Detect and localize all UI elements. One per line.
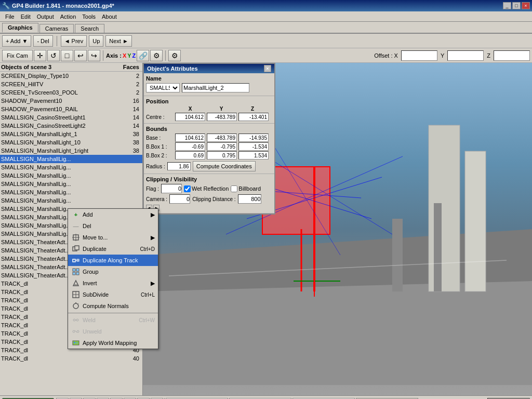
axis-z-label[interactable]: Z <box>132 52 136 59</box>
tab-search[interactable]: Search <box>75 24 104 33</box>
box2-x-input[interactable] <box>175 151 205 159</box>
offset-y-input[interactable] <box>447 50 484 61</box>
menu-tools[interactable]: Tools <box>79 13 99 20</box>
icon5[interactable]: ↪ <box>88 50 100 61</box>
clipping-row1: Flag : Wet Reflection Billboard <box>146 184 272 193</box>
radius-input[interactable] <box>167 162 191 170</box>
name-type-dropdown[interactable]: SMALLSIGN <box>146 83 180 92</box>
add-button[interactable]: + Add ▼ <box>2 35 31 47</box>
offset-z-input[interactable] <box>494 50 530 61</box>
up-button[interactable]: Up <box>89 35 103 47</box>
list-item[interactable]: SCREEN_HillTV2 <box>0 80 142 88</box>
list-item[interactable]: SHADOW_Pavement1016 <box>0 97 142 105</box>
list-item[interactable]: SMALLSIGN_CasinoStreetLight114 <box>0 113 142 122</box>
icon4[interactable]: ↩ <box>74 50 87 61</box>
centre-z-input[interactable] <box>238 113 269 121</box>
menu-action[interactable]: Action <box>57 13 79 20</box>
list-item[interactable]: TRACK_dl40 <box>0 354 142 363</box>
rotate-icon[interactable]: ↺ <box>47 50 60 61</box>
del-button[interactable]: - Del <box>33 35 52 47</box>
list-item[interactable]: SMALLSIGN_MarshallLig... <box>0 196 142 205</box>
billboard-checkbox-label[interactable]: Billboard <box>231 185 261 192</box>
base-x-input[interactable] <box>175 134 205 142</box>
box1-y-input[interactable] <box>207 142 237 151</box>
list-item[interactable]: SMALLSIGN_MarshallLig... <box>0 188 142 196</box>
wet-reflection-checkbox[interactable] <box>184 185 191 192</box>
ctx-move-to[interactable]: Move to... ▶ <box>68 232 158 243</box>
objects-header-faces: Faces <box>121 64 141 70</box>
axis-x-label[interactable]: X <box>123 52 126 59</box>
close-button[interactable]: × <box>522 2 530 9</box>
window-controls[interactable]: _ □ × <box>503 2 530 9</box>
billboard-checkbox[interactable] <box>231 185 237 192</box>
list-item[interactable]: SMALLSIGN_MarshallLig... <box>0 155 142 163</box>
toolbar-tabs: Graphics Cameras Search <box>0 22 532 34</box>
prev-button[interactable]: ◄ Prev <box>61 35 87 47</box>
pos-y-header: Y <box>206 106 237 112</box>
svg-rect-10 <box>73 272 75 275</box>
axis-y-label[interactable]: Y <box>127 52 131 59</box>
svg-line-39 <box>257 151 392 234</box>
box1-x-input[interactable] <box>175 142 205 151</box>
wet-reflection-checkbox-label[interactable]: Wet Reflection <box>184 185 229 192</box>
svg-marker-30 <box>143 229 532 291</box>
next-button[interactable]: Next ► <box>105 35 132 47</box>
name-value-input[interactable] <box>182 83 249 92</box>
box2-y-input[interactable] <box>207 151 237 159</box>
base-z-input[interactable] <box>238 134 269 142</box>
base-y-input[interactable] <box>207 134 237 142</box>
list-item[interactable]: SMALLSIGN_MarshallLig... <box>0 163 142 171</box>
tab-cameras[interactable]: Cameras <box>39 24 74 33</box>
pos-z-header: Z <box>237 106 268 112</box>
menu-output[interactable]: Output <box>34 13 57 20</box>
svg-line-25 <box>75 330 77 332</box>
ctx-duplicate[interactable]: Duplicate Ctrl+D <box>68 243 158 255</box>
camera-input[interactable] <box>169 194 190 204</box>
compute-coords-button[interactable]: Compute Coordinates <box>193 161 256 171</box>
list-item[interactable]: SCREEN_TvScreen03_POOL2 <box>0 88 142 97</box>
centre-y-input[interactable] <box>207 113 237 121</box>
tab-graphics[interactable]: Graphics <box>2 23 38 33</box>
viewport-3d[interactable]: Object's Attributes × Name SMALLSIGN Po <box>143 63 532 395</box>
ctx-add[interactable]: + Add ▶ <box>68 209 158 220</box>
title-bar: 🔧 GP4 Builder 1.841 - monaco2001.gp4* _ … <box>0 0 532 11</box>
ctx-duplicate-along-track[interactable]: Duplicate Along Track <box>68 255 158 266</box>
offset-x-input[interactable] <box>401 50 437 61</box>
fix-cam-button[interactable]: Fix Cam <box>2 50 33 61</box>
box2-z-input[interactable] <box>238 151 269 159</box>
list-item[interactable]: SMALLSIGN_MarshallLig... <box>0 180 142 188</box>
box1-z-input[interactable] <box>238 142 269 151</box>
ctx-invert[interactable]: Invert ▶ <box>68 277 158 289</box>
list-item[interactable]: SMALLSIGN_MarshallLight_1038 <box>0 138 142 147</box>
ctx-del[interactable]: — Del <box>68 220 158 232</box>
menu-about[interactable]: About <box>99 13 120 20</box>
settings-icon[interactable]: ⚙ <box>150 50 163 61</box>
svg-rect-44 <box>392 219 403 291</box>
maximize-button[interactable]: □ <box>512 2 521 9</box>
list-item[interactable]: SMALLSIGN_MarshallLight_1right38 <box>0 147 142 155</box>
flag-input[interactable] <box>161 184 182 193</box>
ctx-apply-world-mapping[interactable]: Apply World Mapping <box>68 337 158 349</box>
objects-header: Objects of scene 3 Faces <box>0 63 142 72</box>
list-item[interactable]: SHADOW_Pavement10_RAIL14 <box>0 105 142 113</box>
menu-file[interactable]: File <box>2 13 18 20</box>
ctx-group[interactable]: Group <box>68 266 158 277</box>
list-item[interactable]: SMALLSIGN_CasinoStreetLight214 <box>0 122 142 130</box>
offset-y-label: Y <box>438 52 446 59</box>
svg-rect-11 <box>76 272 79 275</box>
lock-icon[interactable]: 🔗 <box>137 50 149 61</box>
centre-x-input[interactable] <box>175 113 205 121</box>
list-item[interactable]: SMALLSIGN_MarshallLig... <box>0 171 142 180</box>
panel-close-button[interactable]: × <box>264 65 271 72</box>
icon3[interactable]: □ <box>61 50 73 61</box>
clipping-dist-input[interactable] <box>238 194 261 204</box>
weld-icon <box>71 315 81 325</box>
minimize-button[interactable]: _ <box>503 2 511 9</box>
ctx-compute-normals[interactable]: Compute Normals <box>68 300 158 312</box>
list-item[interactable]: SCREEN_Display_Type102 <box>0 72 142 80</box>
extra-icon[interactable]: ⚙ <box>168 50 181 61</box>
menu-edit[interactable]: Edit <box>18 13 34 20</box>
ctx-subdivide[interactable]: SubDivide Ctrl+L <box>68 289 158 300</box>
list-item[interactable]: SMALLSIGN_MarshallLight_138 <box>0 130 142 138</box>
move-icon[interactable]: ✛ <box>34 50 46 61</box>
